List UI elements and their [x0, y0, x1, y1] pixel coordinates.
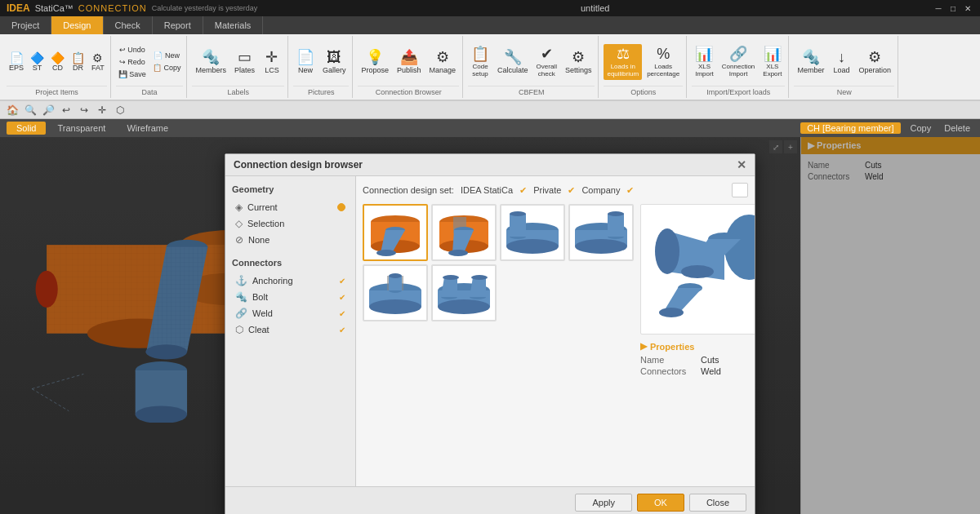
weld-icon: 🔗 — [235, 308, 247, 319]
menu-tab-design[interactable]: Design — [51, 16, 103, 34]
maximize-button[interactable]: □ — [947, 2, 959, 14]
view-mode-solid[interactable]: Solid — [7, 122, 46, 135]
modal-title: Connection design browser — [234, 159, 363, 171]
ribbon-btn-loads-percentage[interactable]: %Loadspercentage — [644, 44, 683, 80]
module-name: CONNECTION — [78, 3, 147, 13]
view-btn-zoom-out[interactable]: 🔎 — [41, 103, 56, 117]
ribbon-btn-manage[interactable]: ⚙Manage — [426, 47, 460, 77]
ribbon-btn-loads-equilibrium[interactable]: ⚖Loads inequilibrium — [604, 44, 642, 80]
product-name: StatiCa™ — [35, 3, 74, 13]
ribbon-btn-new[interactable]: 📄 New — [150, 50, 184, 61]
ribbon-btn-gallery[interactable]: 🖼Gallery — [319, 47, 350, 77]
ribbon-group-label-data: Data — [116, 86, 184, 96]
ribbon-btn-copy[interactable]: 📋 Copy — [150, 62, 184, 73]
cleat-icon: ⬡ — [235, 324, 243, 335]
filter-current[interactable]: ◈ Current — [232, 199, 349, 215]
close-dialog-button[interactable]: Close — [689, 494, 746, 512]
ok-button[interactable]: OK — [637, 494, 684, 512]
ribbon-btn-member[interactable]: 🔩Member — [794, 47, 827, 77]
apply-button[interactable]: Apply — [575, 494, 632, 512]
ribbon-btn-lcs[interactable]: ✛LCS — [260, 47, 284, 77]
menu-tab-check[interactable]: Check — [104, 16, 153, 34]
thumb-svg-1 — [364, 206, 426, 259]
ribbon-btn-members[interactable]: 🔩Members — [192, 47, 229, 77]
filter-none[interactable]: ⊘ None — [232, 232, 349, 248]
menu-tab-materials[interactable]: Materials — [203, 16, 264, 34]
ribbon-btn-code-setup[interactable]: 📋Codesetup — [468, 44, 492, 80]
ribbon-btn-settings[interactable]: ⚙Settings — [562, 47, 595, 77]
ribbon-group-new-member: 🔩Member ↓Load ⚙Operation New — [791, 36, 898, 98]
view-btn-home[interactable]: 🏠 — [5, 103, 20, 117]
ribbon-btn-new-pic[interactable]: 📄New — [293, 47, 318, 77]
ribbon-btn-redo[interactable]: ↪ Redo — [116, 56, 149, 68]
menu-tab-report[interactable]: Report — [153, 16, 203, 34]
ribbon-btn-load[interactable]: ↓Load — [829, 47, 853, 77]
thumbnail-1[interactable] — [363, 204, 428, 261]
ribbon-group-label-connection-browser: Connection Browser — [358, 86, 459, 96]
filter-selection[interactable]: ◇ Selection — [232, 215, 349, 232]
none-icon: ⊘ — [235, 234, 243, 246]
ribbon-btn-operation[interactable]: ⚙Operation — [855, 47, 894, 77]
ribbon-btn-save[interactable]: 💾 Save — [116, 69, 149, 80]
ribbon-btn-fat[interactable]: ⚙FAT — [89, 51, 107, 73]
prop-row-name: Name Cuts — [640, 355, 755, 365]
ribbon-btn-calculate[interactable]: 🔧Calculate — [494, 47, 532, 77]
close-button[interactable]: ✕ — [962, 2, 973, 14]
ribbon-group-label-labels: Labels — [192, 86, 284, 96]
modal-close-button[interactable]: ✕ — [737, 159, 746, 171]
filter-selection-label: Selection — [247, 219, 284, 228]
view-btn-zoom-fit[interactable]: 🔍 — [23, 103, 38, 117]
copy-button[interactable]: Copy — [907, 122, 935, 134]
ribbon-btn-connection-import[interactable]: 🔗ConnectionImport — [719, 44, 758, 80]
view-btn-redo[interactable]: ↪ — [77, 103, 91, 117]
filter-anchoring[interactable]: ⚓ Anchoring ✔ — [232, 273, 349, 289]
thumbnail-2[interactable] — [431, 204, 497, 261]
ribbon-btn-undo[interactable]: ↩ Undo — [116, 44, 149, 55]
delete-button[interactable]: Delete — [941, 122, 973, 134]
view-mode-transparent[interactable]: Transparent — [47, 122, 115, 135]
svg-point-52 — [659, 308, 684, 317]
ribbon-btn-eps[interactable]: 📄EPS — [7, 51, 26, 73]
thumb-svg-2 — [433, 206, 495, 259]
svg-point-33 — [608, 211, 624, 216]
search-input[interactable] — [732, 183, 748, 197]
bolt-icon: 🔩 — [235, 291, 247, 303]
connectors-section-title: Connectors — [232, 258, 349, 268]
ribbon-buttons-import-export: 📊XLSImport 🔗ConnectionImport 📊XLSExport — [692, 38, 785, 86]
view-mode-wireframe[interactable]: Wireframe — [117, 122, 178, 135]
ribbon-btn-xls-import[interactable]: 📊XLSImport — [692, 44, 717, 80]
view-btn-center[interactable]: ✛ — [95, 103, 109, 117]
svg-point-28 — [510, 211, 526, 216]
ribbon-buttons-options: ⚖Loads inequilibrium %Loadspercentage — [604, 38, 683, 86]
thumbnail-4[interactable] — [568, 204, 634, 261]
ribbon-buttons-new-member: 🔩Member ↓Load ⚙Operation — [794, 38, 894, 86]
design-set-label: Connection design set: — [363, 185, 454, 195]
ribbon-btn-plates[interactable]: ▭Plates — [231, 47, 258, 77]
view-btn-undo[interactable]: ↩ — [59, 103, 74, 117]
filter-weld[interactable]: 🔗 Weld ✔ — [232, 305, 349, 321]
svg-point-44 — [443, 275, 459, 280]
view-btn-hex[interactable]: ⬡ — [113, 103, 127, 117]
idea-staticа-label: IDEA StatiCa — [461, 185, 513, 195]
ribbon-btn-xls-export[interactable]: 📊XLSExport — [760, 44, 785, 80]
svg-point-26 — [506, 239, 559, 254]
filter-weld-label: Weld — [252, 308, 273, 318]
ribbon-btn-propose[interactable]: 💡Propose — [358, 47, 392, 77]
ribbon-btn-publish[interactable]: 📤Publish — [394, 47, 425, 77]
window-title: untitled — [581, 3, 609, 13]
thumbnail-6[interactable] — [431, 264, 497, 321]
thumbnail-3[interactable] — [500, 204, 565, 261]
thumbnail-5[interactable] — [363, 264, 428, 321]
ribbon-btn-st[interactable]: 🔷ST — [28, 51, 47, 73]
filter-bolt[interactable]: 🔩 Bolt ✔ — [232, 289, 349, 305]
svg-point-23 — [448, 250, 468, 256]
ribbon-btn-cd[interactable]: 🔶CD — [48, 51, 67, 73]
filter-cleat[interactable]: ⬡ Cleat ✔ — [232, 321, 349, 338]
ribbon-btn-dr[interactable]: 📋DR — [69, 51, 87, 73]
ribbon-btn-overall-check[interactable]: ✔Overallcheck — [533, 44, 560, 80]
ribbon-group-label-cbfem: CBFEM — [468, 86, 595, 96]
menu-tab-project[interactable]: Project — [0, 16, 51, 34]
ribbon-group-label-new: New — [794, 86, 894, 96]
minimize-button[interactable]: ─ — [933, 2, 944, 14]
ribbon-group-label-import-export: Import/Export loads — [692, 86, 785, 96]
